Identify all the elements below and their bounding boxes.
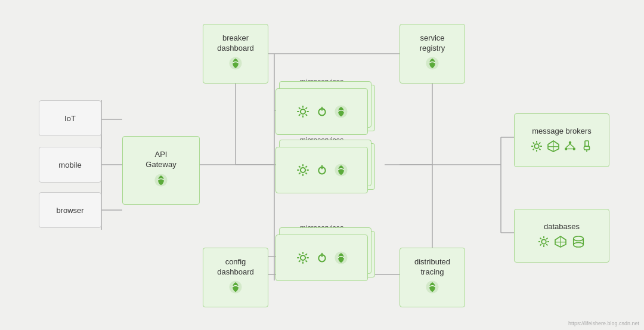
api-gateway: APIGateway [122, 136, 200, 205]
db-diamond-icon [553, 235, 568, 249]
dist-tracing-leaf-icon [425, 279, 440, 297]
config-icon-row [224, 278, 247, 300]
svg-line-57 [305, 254, 306, 255]
leaf-icon-ms2 [333, 162, 349, 178]
leaf-icon-ms1 [333, 104, 349, 119]
msg-nodes-icon [563, 139, 577, 153]
api-gateway-icon-row [150, 171, 172, 193]
config-leaf-icon [228, 279, 243, 297]
power-icon-ms2 [314, 162, 330, 178]
message-brokers: message brokers [514, 113, 609, 167]
client-mobile: mobile [39, 147, 101, 183]
svg-line-92 [546, 238, 547, 239]
svg-line-44 [305, 172, 306, 174]
svg-point-50 [300, 255, 305, 260]
svg-line-56 [305, 260, 306, 261]
breaker-leaf-icon [228, 55, 243, 73]
spring-leaf-icon [153, 172, 169, 190]
dist-tracing-icon-row [421, 278, 444, 300]
client-mobile-label: mobile [55, 158, 85, 172]
client-browser: browser [39, 192, 101, 228]
svg-line-34 [299, 114, 300, 115]
breaker-dashboard-label: breakerdashboard [213, 31, 257, 55]
svg-point-100 [574, 242, 584, 247]
svg-line-55 [299, 254, 300, 255]
svg-line-31 [299, 107, 300, 109]
microservices-1: microservices [275, 78, 368, 135]
service-registry-leaf-icon [425, 55, 440, 73]
msg-brokers-icon-row [526, 138, 597, 156]
leaf-icon-ms3 [333, 250, 349, 266]
svg-line-80 [570, 144, 574, 147]
svg-point-26 [300, 109, 305, 114]
svg-line-79 [566, 144, 570, 147]
microservices-3: microservices [275, 224, 368, 281]
db-cylinder-icon [570, 235, 587, 249]
message-brokers-label: message brokers [528, 124, 595, 138]
breaker-icon-row [224, 54, 247, 76]
svg-line-45 [305, 166, 306, 167]
databases-icon-row [533, 233, 590, 252]
config-dashboard-label: configdashboard [213, 255, 257, 279]
svg-line-69 [533, 143, 534, 144]
svg-line-91 [546, 244, 547, 245]
svg-line-33 [305, 107, 306, 109]
power-icon [314, 104, 330, 119]
databases-label: databases [540, 220, 583, 233]
distributed-tracing-label: distributedtracing [411, 255, 454, 279]
svg-line-72 [533, 149, 534, 150]
svg-line-93 [540, 244, 541, 245]
watermark: https://lifeishere.blog.csdn.net [568, 320, 639, 326]
db-gear-icon [537, 235, 551, 249]
breaker-dashboard: breakerdashboard [203, 24, 268, 84]
service-registry-icon-row [421, 54, 444, 76]
gear-icon [295, 104, 311, 119]
service-registry-label: serviceregistry [416, 31, 449, 55]
databases: databases [514, 209, 609, 263]
svg-line-43 [299, 166, 300, 167]
svg-rect-82 [585, 141, 589, 146]
distributed-tracing: distributedtracing [400, 248, 465, 307]
svg-line-70 [539, 149, 540, 150]
svg-rect-83 [584, 146, 590, 150]
diagram-container: IoT mobile browser APIGateway breakerdas… [0, 0, 644, 330]
svg-point-97 [574, 236, 584, 241]
svg-point-78 [573, 147, 576, 150]
svg-line-71 [539, 143, 540, 144]
svg-point-77 [565, 147, 568, 150]
gear-icon-ms3 [295, 250, 311, 266]
svg-point-85 [541, 239, 546, 244]
svg-point-64 [534, 144, 539, 149]
gear-icon-ms2 [295, 162, 311, 178]
svg-point-76 [569, 141, 572, 144]
client-browser-label: browser [52, 203, 87, 217]
client-iot-label: IoT [61, 112, 79, 125]
service-registry: serviceregistry [400, 24, 465, 84]
svg-point-38 [300, 168, 305, 172]
msg-plug-icon [580, 139, 594, 153]
power-icon-ms3 [314, 250, 330, 266]
svg-line-46 [299, 172, 300, 174]
config-dashboard: configdashboard [203, 248, 268, 307]
microservices-2: microservices [275, 136, 368, 193]
client-iot: IoT [39, 100, 101, 136]
msg-gear-icon [530, 139, 544, 153]
svg-line-32 [305, 114, 306, 115]
svg-line-58 [299, 260, 300, 261]
msg-rabbit-icon [546, 139, 561, 153]
api-gateway-label: APIGateway [142, 147, 179, 171]
svg-line-90 [540, 238, 541, 239]
